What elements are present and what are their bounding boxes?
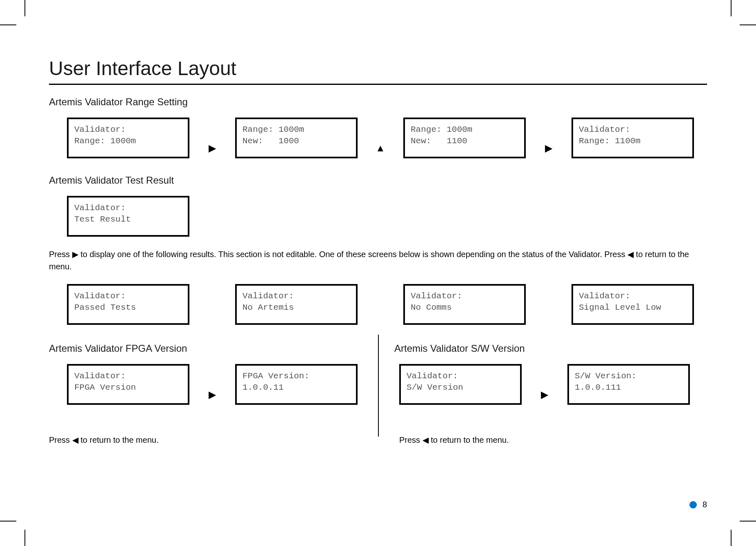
- lcd-screen: Validator: FPGA Version: [67, 364, 189, 405]
- up-arrow-icon: ▲: [376, 142, 385, 154]
- lcd-screen: Range: 1000m New: 1100: [403, 118, 526, 158]
- lcd-screen: Range: 1000m New: 1000: [235, 118, 358, 158]
- crop-mark: [731, 0, 732, 16]
- crop-mark: [0, 24, 16, 25]
- lcd-screen: S/W Version: 1.0.0.111: [567, 364, 690, 405]
- section-heading: Artemis Validator FPGA Version: [49, 343, 370, 354]
- lcd-screen: Validator: Test Result: [67, 196, 189, 237]
- lcd-screen: Validator: No Artemis: [235, 284, 358, 325]
- lcd-screen: Validator: Range: 1100m: [571, 118, 694, 158]
- lcd-screen: Validator: No Comms: [403, 284, 526, 325]
- right-arrow-icon: ▶: [541, 389, 548, 400]
- lcd-screen: FPGA Version: 1.0.0.11: [235, 364, 358, 405]
- lcd-screen: Validator: Passed Tests: [67, 284, 189, 325]
- screen-row: Validator: FPGA Version ▶ FPGA Version: …: [67, 364, 370, 405]
- right-arrow-icon: ▶: [209, 142, 216, 154]
- crop-mark: [740, 521, 756, 522]
- page-footer: 8: [689, 500, 707, 509]
- instruction-text: Press ◀ to return to the menu.: [399, 435, 707, 445]
- screen-row: Validator: Passed Tests Validator: No Ar…: [67, 284, 707, 325]
- crop-mark: [0, 521, 16, 522]
- screen-row: Validator: Range: 1000m ▶ Range: 1000m N…: [67, 118, 707, 158]
- footer-bullet-icon: [689, 501, 697, 508]
- section-test-result: Artemis Validator Test Result Validator:…: [49, 175, 707, 325]
- screen-row: Validator: Test Result: [67, 196, 707, 237]
- screen-row: Validator: S/W Version ▶ S/W Version: 1.…: [399, 364, 707, 405]
- lcd-screen: Validator: S/W Version: [399, 364, 522, 405]
- page-number: 8: [703, 500, 707, 509]
- crop-mark: [740, 24, 756, 25]
- section-sw-version: Artemis Validator S/W Version Validator:…: [378, 337, 707, 445]
- crop-mark: [24, 530, 25, 546]
- column-divider: [378, 335, 379, 437]
- section-heading: Artemis Validator Range Setting: [49, 96, 707, 108]
- section-range-setting: Artemis Validator Range Setting Validato…: [49, 96, 707, 158]
- right-arrow-icon: ▶: [209, 389, 216, 400]
- section-heading: Artemis Validator S/W Version: [394, 343, 707, 354]
- lcd-screen: Validator: Signal Level Low: [571, 284, 694, 325]
- crop-mark: [731, 530, 732, 546]
- page-title: User Interface Layout: [49, 57, 707, 80]
- right-arrow-icon: ▶: [545, 142, 552, 154]
- crop-mark: [24, 0, 25, 16]
- instruction-text: Press ◀ to return to the menu.: [49, 435, 370, 445]
- section-heading: Artemis Validator Test Result: [49, 175, 707, 186]
- document-page: User Interface Layout Artemis Validator …: [0, 0, 756, 546]
- two-column-row: Artemis Validator FPGA Version Validator…: [49, 337, 707, 445]
- title-rule: [49, 84, 707, 85]
- section-fpga-version: Artemis Validator FPGA Version Validator…: [49, 337, 378, 445]
- lcd-screen: Validator: Range: 1000m: [67, 118, 189, 158]
- instruction-text: Press ▶ to display one of the following …: [49, 248, 707, 273]
